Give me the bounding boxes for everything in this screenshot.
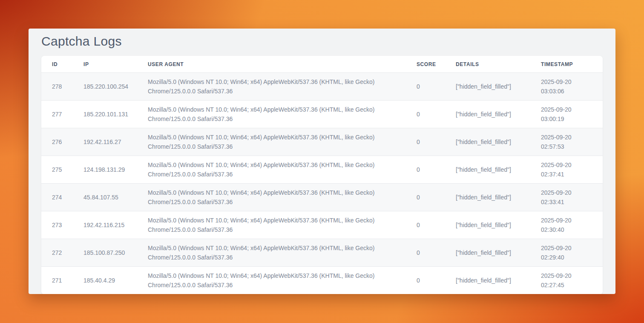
cell-ip: 185.220.101.131 <box>73 101 137 128</box>
table-body: 278 185.220.100.254 Mozilla/5.0 (Windows… <box>41 73 603 294</box>
cell-score: 0 <box>406 267 445 294</box>
column-header-user-agent: USER AGENT <box>137 56 406 73</box>
captcha-logs-panel: Captcha Logs ID IP USER AGENT SCORE DETA… <box>29 29 615 294</box>
table-header: ID IP USER AGENT SCORE DETAILS TIMESTAMP <box>41 56 603 73</box>
cell-id: 277 <box>41 101 73 128</box>
cell-score: 0 <box>406 101 445 128</box>
column-header-timestamp: TIMESTAMP <box>530 56 603 73</box>
captcha-logs-table-card: ID IP USER AGENT SCORE DETAILS TIMESTAMP… <box>41 56 603 294</box>
cell-ip: 192.42.116.27 <box>73 128 137 156</box>
cell-ip: 185.220.100.254 <box>73 73 137 101</box>
cell-user-agent: Mozilla/5.0 (Windows NT 10.0; Win64; x64… <box>137 267 406 294</box>
table-row: 271 185.40.4.29 Mozilla/5.0 (Windows NT … <box>41 267 603 294</box>
table-row: 273 192.42.116.215 Mozilla/5.0 (Windows … <box>41 211 603 239</box>
captcha-logs-table: ID IP USER AGENT SCORE DETAILS TIMESTAMP… <box>41 56 603 294</box>
cell-ip: 45.84.107.55 <box>73 184 137 211</box>
cell-timestamp: 2025-09-20 02:27:45 <box>530 267 603 294</box>
table-row: 272 185.100.87.250 Mozilla/5.0 (Windows … <box>41 239 603 267</box>
cell-id: 278 <box>41 73 73 101</box>
cell-ip: 192.42.116.215 <box>73 211 137 239</box>
cell-details: ["hidden_field_filled"] <box>445 101 530 128</box>
cell-user-agent: Mozilla/5.0 (Windows NT 10.0; Win64; x64… <box>137 211 406 239</box>
page-title: Captcha Logs <box>41 34 603 49</box>
cell-user-agent: Mozilla/5.0 (Windows NT 10.0; Win64; x64… <box>137 128 406 156</box>
cell-score: 0 <box>406 239 445 267</box>
cell-timestamp: 2025-09-20 02:33:41 <box>530 184 603 211</box>
table-row: 275 124.198.131.29 Mozilla/5.0 (Windows … <box>41 156 603 184</box>
column-header-score: SCORE <box>406 56 445 73</box>
cell-id: 276 <box>41 128 73 156</box>
cell-timestamp: 2025-09-20 02:57:53 <box>530 128 603 156</box>
cell-details: ["hidden_field_filled"] <box>445 184 530 211</box>
cell-timestamp: 2025-09-20 03:00:19 <box>530 101 603 128</box>
table-row: 276 192.42.116.27 Mozilla/5.0 (Windows N… <box>41 128 603 156</box>
cell-user-agent: Mozilla/5.0 (Windows NT 10.0; Win64; x64… <box>137 239 406 267</box>
cell-ip: 185.100.87.250 <box>73 239 137 267</box>
table-row: 274 45.84.107.55 Mozilla/5.0 (Windows NT… <box>41 184 603 211</box>
cell-id: 275 <box>41 156 73 184</box>
desktop-background: { "page_title": "Captcha Logs", "colors"… <box>0 0 644 323</box>
column-header-id: ID <box>41 56 73 73</box>
table-row: 277 185.220.101.131 Mozilla/5.0 (Windows… <box>41 101 603 128</box>
cell-ip: 185.40.4.29 <box>73 267 137 294</box>
cell-timestamp: 2025-09-20 02:37:41 <box>530 156 603 184</box>
cell-user-agent: Mozilla/5.0 (Windows NT 10.0; Win64; x64… <box>137 101 406 128</box>
cell-details: ["hidden_field_filled"] <box>445 128 530 156</box>
cell-score: 0 <box>406 184 445 211</box>
cell-timestamp: 2025-09-20 02:30:40 <box>530 211 603 239</box>
cell-user-agent: Mozilla/5.0 (Windows NT 10.0; Win64; x64… <box>137 156 406 184</box>
cell-score: 0 <box>406 156 445 184</box>
cell-timestamp: 2025-09-20 02:29:40 <box>530 239 603 267</box>
cell-id: 273 <box>41 211 73 239</box>
cell-details: ["hidden_field_filled"] <box>445 239 530 267</box>
cell-score: 0 <box>406 211 445 239</box>
cell-details: ["hidden_field_filled"] <box>445 267 530 294</box>
cell-details: ["hidden_field_filled"] <box>445 156 530 184</box>
cell-user-agent: Mozilla/5.0 (Windows NT 10.0; Win64; x64… <box>137 184 406 211</box>
table-row: 278 185.220.100.254 Mozilla/5.0 (Windows… <box>41 73 603 101</box>
column-header-details: DETAILS <box>445 56 530 73</box>
cell-details: ["hidden_field_filled"] <box>445 211 530 239</box>
cell-timestamp: 2025-09-20 03:03:06 <box>530 73 603 101</box>
cell-id: 272 <box>41 239 73 267</box>
cell-id: 274 <box>41 184 73 211</box>
cell-score: 0 <box>406 128 445 156</box>
cell-user-agent: Mozilla/5.0 (Windows NT 10.0; Win64; x64… <box>137 73 406 101</box>
column-header-ip: IP <box>73 56 137 73</box>
cell-score: 0 <box>406 73 445 101</box>
cell-details: ["hidden_field_filled"] <box>445 73 530 101</box>
cell-id: 271 <box>41 267 73 294</box>
cell-ip: 124.198.131.29 <box>73 156 137 184</box>
